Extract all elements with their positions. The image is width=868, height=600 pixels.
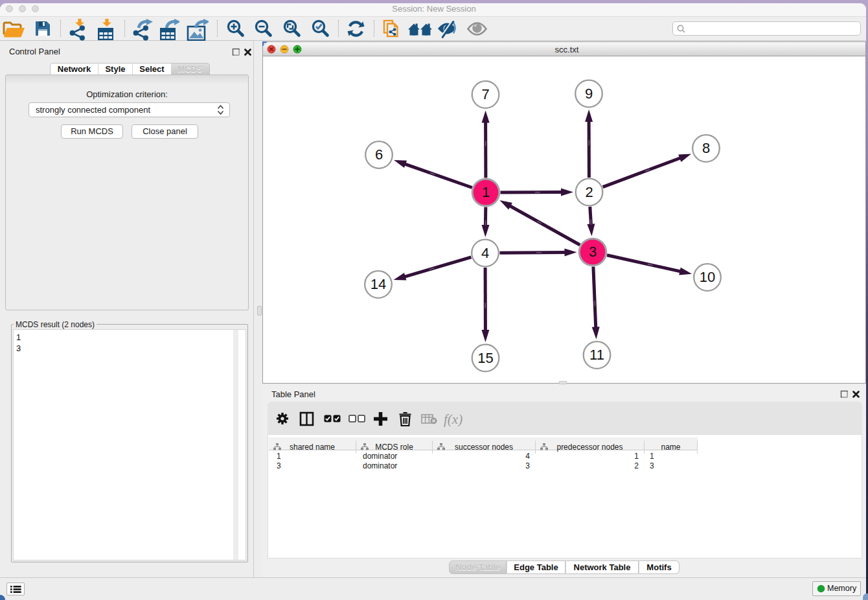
svg-text:6: 6 xyxy=(375,146,383,163)
svg-text:8: 8 xyxy=(702,140,710,156)
svg-text:9: 9 xyxy=(585,86,593,102)
svg-text:10: 10 xyxy=(700,269,715,285)
svg-text:7: 7 xyxy=(481,86,489,102)
svg-text:2: 2 xyxy=(585,184,593,200)
svg-text:11: 11 xyxy=(589,347,604,363)
svg-text:3: 3 xyxy=(589,244,597,260)
svg-text:1: 1 xyxy=(482,184,490,200)
svg-text:4: 4 xyxy=(481,245,489,261)
svg-text:15: 15 xyxy=(477,350,493,366)
svg-text:14: 14 xyxy=(371,276,386,292)
